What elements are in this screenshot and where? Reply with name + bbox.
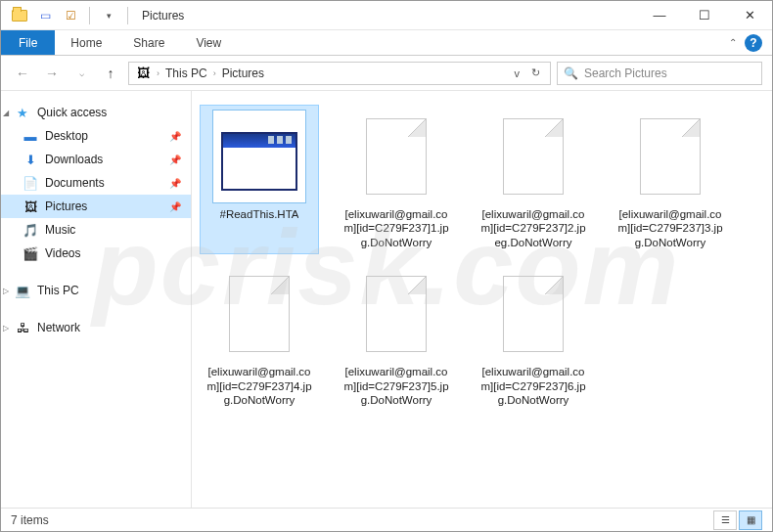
tab-home[interactable]: Home [55,30,117,55]
file-tile[interactable]: [elixuwaril@gmail.com][id=C279F237]5.jpg… [337,262,456,412]
window-controls: — ☐ ✕ [637,1,772,30]
pin-icon: 📌 [169,131,181,142]
caret-right-icon[interactable]: ▷ [3,324,9,332]
music-icon: 🎵 [23,222,38,238]
pin-icon: 📌 [169,201,181,212]
tab-view[interactable]: View [180,30,237,55]
pc-icon: 💻 [15,283,30,298]
address-bar: ← → ⌵ ↑ 🖼 › This PC › Pictures v ↻ 🔍 Sea… [1,56,772,91]
search-icon: 🔍 [564,66,578,80]
title-separator [127,7,128,24]
network-label: Network [37,321,80,334]
qat-checkbox-icon[interactable]: ☑ [60,5,81,26]
ribbon-right: ⌃ ? [729,30,772,55]
download-icon: ⬇ [23,152,38,167]
chevron-right-icon[interactable]: › [213,68,216,78]
sidebar-item-downloads[interactable]: ⬇ Downloads 📌 [1,148,191,171]
ribbon-tabs: File Home Share View ⌃ ? [1,30,772,56]
sidebar-item-label: Videos [45,246,80,260]
file-tab[interactable]: File [1,30,55,55]
sidebar-item-label: Pictures [45,200,87,213]
nav-recent-dropdown-icon[interactable]: ⌵ [69,62,93,85]
generic-file-icon [212,267,306,361]
generic-file-icon [623,110,717,203]
breadcrumb-segment-pictures[interactable]: Pictures [222,66,264,80]
file-name: [elixuwaril@gmail.com][id=C279F237]4.jpg… [205,365,314,407]
breadcrumb-box[interactable]: 🖼 › This PC › Pictures v ↻ [128,62,551,85]
file-name: [elixuwaril@gmail.com][id=C279F237]2.jpe… [478,207,588,249]
close-button[interactable]: ✕ [727,1,772,30]
nav-back-button[interactable]: ← [11,62,34,85]
breadcrumb-segment-thispc[interactable]: This PC [165,66,207,80]
file-pane[interactable]: #ReadThis.HTA[elixuwaril@gmail.com][id=C… [192,91,772,508]
file-name: [elixuwaril@gmail.com][id=C279F237]3.jpg… [615,207,725,249]
titlebar: ▭ ☑ ▾ Pictures — ☐ ✕ [1,1,772,30]
file-name: #ReadThis.HTA [220,207,299,221]
details-view-button[interactable]: ☰ [713,510,737,530]
pin-icon: 📌 [169,178,181,189]
window-title: Pictures [142,9,184,22]
sidebar-item-label: Music [45,223,75,237]
caret-right-icon[interactable]: ▷ [3,287,9,295]
picture-icon: 🖼 [23,199,38,214]
generic-file-icon [486,267,580,361]
app-icon[interactable] [9,5,30,26]
thumbnails-view-button[interactable]: ▦ [739,510,762,530]
quick-access-toolbar: ▭ ☑ ▾ Pictures [1,5,184,26]
sidebar-item-pictures[interactable]: 🖼 Pictures 📌 [1,195,191,218]
file-tile[interactable]: [elixuwaril@gmail.com][id=C279F237]4.jpg… [200,262,319,412]
hta-file-icon [212,110,306,203]
chevron-right-icon[interactable]: › [157,68,159,78]
sidebar-network[interactable]: ▷ 🖧 Network [1,316,191,339]
file-tile[interactable]: [elixuwaril@gmail.com][id=C279F237]1.jpg… [337,105,456,254]
sidebar-quick-access[interactable]: ◢ ★ Quick access [1,101,191,124]
generic-file-icon [349,267,443,361]
file-tile[interactable]: #ReadThis.HTA [200,105,319,254]
item-count: 7 items [11,513,49,527]
sidebar-item-documents[interactable]: 📄 Documents 📌 [1,171,191,195]
sidebar-item-music[interactable]: 🎵 Music [1,218,191,242]
qat-properties-icon[interactable]: ▭ [34,5,56,26]
nav-up-button[interactable]: ↑ [99,62,122,85]
quick-access-label: Quick access [37,106,107,119]
refresh-icon[interactable]: ↻ [527,66,544,79]
nav-forward-button[interactable]: → [40,62,64,85]
file-grid: #ReadThis.HTA[elixuwaril@gmail.com][id=C… [200,105,764,412]
generic-file-icon [486,110,580,203]
body: ◢ ★ Quick access ▬ Desktop 📌 ⬇ Downloads… [1,91,772,508]
network-icon: 🖧 [15,320,30,335]
star-icon: ★ [15,105,30,120]
file-tile[interactable]: [elixuwaril@gmail.com][id=C279F237]6.jpg… [474,262,593,412]
view-switcher: ☰ ▦ [713,510,762,530]
file-tile[interactable]: [elixuwaril@gmail.com][id=C279F237]3.jpg… [611,105,730,254]
location-icon: 🖼 [135,66,151,81]
caret-down-icon[interactable]: ◢ [3,109,9,117]
breadcrumb-dropdown-icon[interactable]: v [511,67,524,79]
sidebar-this-pc[interactable]: ▷ 💻 This PC [1,279,191,302]
minimize-button[interactable]: — [637,1,682,30]
help-button[interactable]: ? [745,34,762,52]
ribbon-collapse-icon[interactable]: ⌃ [729,37,737,48]
generic-file-icon [349,110,443,203]
search-placeholder: Search Pictures [584,66,667,80]
qat-separator [89,7,90,24]
sidebar-item-label: Desktop [45,129,88,143]
maximize-button[interactable]: ☐ [682,1,727,30]
pin-icon: 📌 [169,155,181,165]
sidebar-item-videos[interactable]: 🎬 Videos [1,242,191,265]
status-bar: 7 items ☰ ▦ [1,508,772,531]
file-name: [elixuwaril@gmail.com][id=C279F237]5.jpg… [341,365,451,407]
sidebar-item-label: Documents [45,176,105,190]
sidebar-item-desktop[interactable]: ▬ Desktop 📌 [1,124,191,148]
file-tile[interactable]: [elixuwaril@gmail.com][id=C279F237]2.jpe… [474,105,593,254]
navigation-pane: ◢ ★ Quick access ▬ Desktop 📌 ⬇ Downloads… [1,91,192,508]
file-name: [elixuwaril@gmail.com][id=C279F237]1.jpg… [341,207,451,249]
tab-share[interactable]: Share [117,30,180,55]
qat-overflow-icon[interactable]: ▾ [98,5,119,26]
desktop-icon: ▬ [23,128,38,144]
this-pc-label: This PC [37,284,79,297]
file-name: [elixuwaril@gmail.com][id=C279F237]6.jpg… [478,365,588,407]
explorer-window: ▭ ☑ ▾ Pictures — ☐ ✕ File Home Share Vie… [0,0,773,532]
video-icon: 🎬 [23,245,38,261]
search-input[interactable]: 🔍 Search Pictures [557,62,762,85]
